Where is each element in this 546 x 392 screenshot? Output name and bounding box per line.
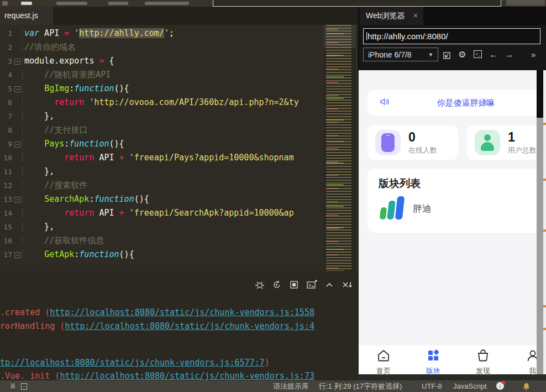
code-line[interactable]: 5− BgImg:function(){ <box>0 82 358 96</box>
terminal-new-icon[interactable] <box>306 280 317 290</box>
tab-web-browser[interactable]: Web浏览器 × <box>359 7 423 25</box>
code-line[interactable]: 16 //获取软件信息 <box>0 234 358 248</box>
notice-card[interactable]: 你是傻逼胖娣嘛 <box>368 90 542 116</box>
debug-icon[interactable] <box>255 280 265 290</box>
tab-boards[interactable]: 版块 <box>408 346 458 374</box>
fold-marker[interactable]: − <box>14 86 20 92</box>
fold-marker[interactable]: − <box>14 197 20 203</box>
code-lines[interactable]: 1var API = 'http://ahlly.com/';2//填你的域名3… <box>0 25 358 262</box>
app-name: 胖迪 <box>413 202 432 215</box>
code-line[interactable]: 1var API = 'http://ahlly.com/'; <box>0 27 358 40</box>
terminal-panel-icon[interactable]: › <box>21 383 27 390</box>
console-link[interactable]: http://localhost:8080/static/js/chunk-ve… <box>65 321 314 331</box>
section-title: 版块列表 <box>379 176 421 191</box>
tab-label: 首页 <box>359 366 408 374</box>
fold-marker[interactable]: − <box>14 59 20 65</box>
back-icon[interactable]: ← <box>489 48 498 61</box>
minimap-viewport[interactable] <box>324 25 356 48</box>
console-link[interactable]: tp://localhost:8080/static/js/chunk-vend… <box>0 358 265 368</box>
status-cursor-position[interactable]: 行:1 列:29 (17字符被选择) <box>319 380 402 392</box>
console-link[interactable]: http://localhost:8080/static/js/chunk-ve… <box>50 307 314 317</box>
modified-indicator: * <box>1 11 3 17</box>
code-line[interactable]: 6 return 'http://ovooa.com/API/360bz/api… <box>0 96 358 109</box>
code-line[interactable]: 12 //搜索软件 <box>0 179 358 192</box>
tab-label: request.js <box>4 11 38 20</box>
text-caret <box>366 32 367 40</box>
stop-icon[interactable] <box>289 280 299 290</box>
gear-icon[interactable]: ⚙ <box>458 48 466 61</box>
code-line[interactable]: 17− GetApk:function(){ <box>0 248 358 262</box>
code-line[interactable]: 15 }, <box>0 220 358 234</box>
tab-discover[interactable]: 发现 <box>458 346 508 374</box>
console-link[interactable]: http://localhost:8080/static/js/chunk-ve… <box>60 371 314 380</box>
speaker-icon <box>380 97 390 108</box>
code-line[interactable]: 14 return API + 'freeapi/SearchApk?appid… <box>0 206 358 220</box>
console-line: .created (http://localhost:8080/static/j… <box>0 307 314 317</box>
fold-spacer <box>14 181 20 187</box>
person-icon <box>475 130 500 155</box>
stat-value: 1 <box>508 130 537 144</box>
menu-icon[interactable] <box>21 2 32 5</box>
fold-spacer <box>14 126 20 132</box>
console-error-text: ) <box>265 358 270 368</box>
board-list-card: 版块列表 胖迪 <box>368 169 542 233</box>
minimap[interactable] <box>324 25 356 271</box>
top-toolbar-strip <box>0 0 546 7</box>
restart-icon[interactable] <box>272 280 282 290</box>
notification-bell-icon[interactable] <box>523 382 530 392</box>
outline-icon[interactable]: ≣ <box>10 382 21 390</box>
code-line[interactable]: 2//填你的域名 <box>0 40 358 54</box>
console-line: tp://localhost:8080/static/js/chunk-vend… <box>0 358 270 368</box>
console-icon[interactable]: >_ <box>474 50 482 58</box>
mobile-preview: 你是傻逼胖娣嘛 0 在线人数 1 用户总数 版块列表 胖迪 <box>359 70 546 374</box>
update-icon[interactable]: ↓ <box>496 382 504 390</box>
status-bar: ≣› 语法提示库 行:1 列:29 (17字符被选择) UTF-8 JavaSc… <box>0 380 546 392</box>
status-language[interactable]: JavaScript <box>453 380 487 392</box>
code-editor[interactable]: 1var API = 'http://ahlly.com/';2//填你的域名3… <box>0 25 358 271</box>
collapse-icon[interactable] <box>324 280 334 290</box>
url-input[interactable]: http://ahlly.com/:8080/ <box>363 28 540 44</box>
device-selector[interactable]: iPhone 6/7/8 ▼ <box>363 48 438 61</box>
tab-request-js[interactable]: * request.js <box>0 7 53 25</box>
toolbar-search-input[interactable] <box>213 0 501 7</box>
stat-value: 0 <box>408 130 437 144</box>
tab-home[interactable]: 首页 <box>359 346 408 374</box>
close-icon[interactable]: × <box>413 7 418 25</box>
fold-spacer <box>14 43 20 49</box>
basket-icon <box>476 355 490 364</box>
stat-label: 用户总数 <box>508 145 537 155</box>
clear-console-icon[interactable] <box>342 280 353 290</box>
toolbar-icon[interactable] <box>2 1 8 6</box>
stat-card-online[interactable]: 0 在线人数 <box>368 126 458 160</box>
fold-spacer <box>14 237 20 243</box>
fold-spacer <box>14 29 20 35</box>
code-line[interactable]: 9− Pays:function(){ <box>0 137 358 151</box>
status-encoding[interactable]: UTF-8 <box>422 380 442 392</box>
toolbar-button[interactable] <box>506 0 545 6</box>
more-tools-icon[interactable]: » <box>531 48 536 61</box>
window-edge-sliver <box>543 70 546 374</box>
open-external-icon[interactable] <box>443 50 451 64</box>
code-line[interactable]: 7 }, <box>0 109 358 123</box>
fold-spacer <box>14 71 20 77</box>
preview-scrollbar[interactable] <box>537 70 543 374</box>
scrollbar-thumb[interactable] <box>537 70 543 118</box>
browser-tabstrip: Web浏览器 × <box>358 7 546 25</box>
fold-spacer <box>14 209 20 215</box>
console-error-text: rorHandling ( <box>0 321 65 331</box>
fold-marker[interactable]: − <box>14 252 20 258</box>
fold-marker[interactable]: − <box>14 142 20 148</box>
code-line[interactable]: 4 //随机背景图API <box>0 68 358 82</box>
forward-icon[interactable]: → <box>505 48 513 61</box>
code-line[interactable]: 10 return API + 'freeapi/Pays?appid=1000… <box>0 151 358 165</box>
code-line[interactable]: 8 //支付接口 <box>0 123 358 137</box>
code-line[interactable]: 13− SearchApk:function(){ <box>0 192 358 206</box>
code-line[interactable]: 11 }, <box>0 165 358 179</box>
code-line[interactable]: 3−module.exports = { <box>0 54 358 68</box>
status-hint[interactable]: 语法提示库 <box>273 380 309 392</box>
fold-spacer <box>14 168 20 174</box>
board-item[interactable]: 胖迪 <box>379 195 432 222</box>
tab-label: 发现 <box>458 366 508 374</box>
url-text: http://ahlly.com/:8080/ <box>368 32 448 41</box>
stat-card-users[interactable]: 1 用户总数 <box>467 126 546 160</box>
